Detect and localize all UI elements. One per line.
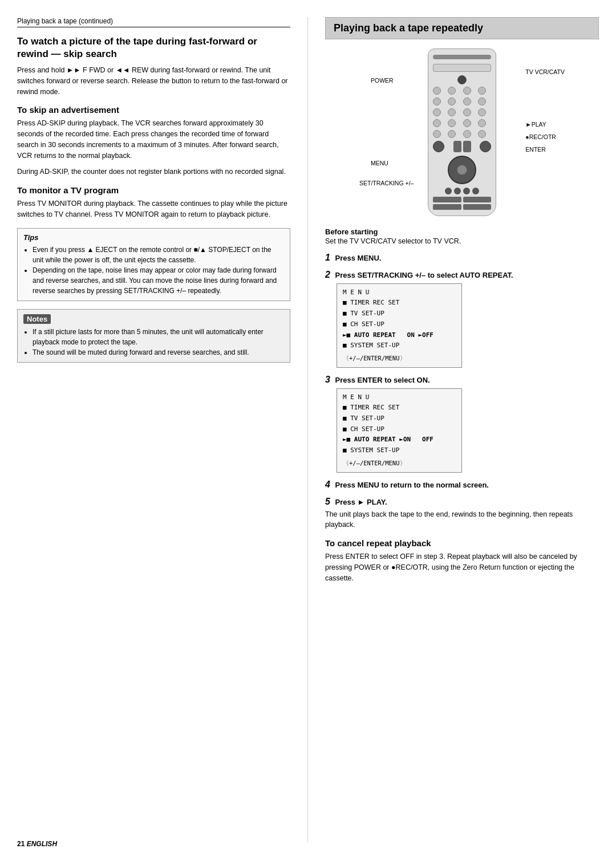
remote-diagram: POWER MENU SET/TRACKING +/– [325,48,599,216]
monitor-body: Press TV MONITOR during playback. The ca… [17,198,290,220]
rb-btn [433,204,461,210]
page-footer: 21 ENGLISH [17,840,57,848]
btn [433,130,441,138]
right-column: Playing back a tape repeatedly POWER MEN… [308,17,599,842]
remote-wrapper: POWER MENU SET/TRACKING +/– [354,48,570,216]
btn [463,98,471,105]
skip-body2: During AD-SKIP, the counter does not reg… [17,166,290,177]
btn [463,119,471,127]
power-label: POWER [371,77,394,84]
btn-left-big [433,141,444,152]
cancel-heading: To cancel repeat playback [325,538,599,548]
btn [463,108,471,116]
dpad-center [457,165,467,175]
btn [448,98,456,105]
remote-body [428,48,496,216]
rb-btn [433,197,461,202]
btn [478,108,486,116]
remote-bottom-btns [433,197,491,210]
step-5: 5 Press ► PLAY. The unit plays back the … [325,497,599,531]
dpad [448,156,476,184]
step-5-num: 5 [325,497,330,506]
tips-box: Tips Even if you press ▲ EJECT on the re… [17,228,290,301]
step-4-text: Press MENU to return to the normal scree… [335,481,489,489]
list-item: The sound will be muted during forward a… [33,347,284,358]
power-btn-row [433,75,491,84]
monitor-heading: To monitor a TV program [17,185,290,195]
section-header: Playing back a tape (continued) [17,17,290,27]
list-item: Even if you press ▲ EJECT on the remote … [33,245,284,265]
cancel-body: Press ENTER to select OFF in step 3. Rep… [325,551,599,583]
page-number: 21 [17,840,25,848]
left-column: Playing back a tape (continued) To watch… [17,17,308,842]
btn [448,130,456,138]
button-grid-5 [433,130,491,138]
step-2-num: 2 [325,270,330,279]
remote-screen [433,64,491,72]
btn-right-big [480,141,491,152]
right-header: Playing back a tape repeatedly [325,17,599,39]
menu-line: ■ TV SET-UP [343,413,456,424]
tv-vcr-catv-label: TV VCR/CATV [525,68,565,75]
btn-rect [453,141,461,152]
small-btn [472,188,479,194]
step-3: 3 Press ENTER to select ON. M E N U ■ TI… [325,375,599,473]
menu-footer-2: 〈+/–/ENTER/MENU〉 [343,458,456,469]
menu-line: M E N U [343,392,456,403]
step-1: 1 Press MENU. [325,253,599,263]
step-5-text: Press ► PLAY. [335,498,387,506]
main-body: Press and hold ►► F FWD or ◄◄ REW during… [17,65,290,97]
right-labels: TV VCR/CATV ►PLAY ●REC/OTR ENTER [525,68,565,153]
step-1-text: Press MENU. [335,254,382,262]
list-item: If a still picture lasts for more than 5… [33,327,284,347]
main-heading: To watch a picture of the tape during fa… [17,35,290,60]
english-label: ENGLISH [27,840,57,848]
menu-box-1: M E N U ■ TIMER REC SET ■ TV SET-UP ■ CH… [337,283,462,368]
step-3-num: 3 [325,375,330,384]
cancel-section: To cancel repeat playback Press ENTER to… [325,538,599,583]
power-btn [457,75,467,84]
btn [478,130,486,138]
button-grid-4 [433,119,491,127]
step-4: 4 Press MENU to return to the normal scr… [325,480,599,490]
rb-btn [463,197,492,202]
menu-line: ►■ AUTO REPEAT ►ON OFF [343,434,456,445]
button-grid-1 [433,87,491,95]
btn [478,119,486,127]
set-tracking-label: SET/TRACKING +/– [359,180,414,186]
skip-heading: To skip an advertisement [17,105,290,115]
menu-line: ■ TIMER REC SET [343,298,456,308]
play-label: ►PLAY [525,121,565,128]
step-4-num: 4 [325,480,330,489]
small-btn [445,188,452,194]
before-body: Set the TV VCR/CATV selector to TV VCR. [325,236,599,247]
step-1-num: 1 [325,253,330,262]
button-grid-2 [433,98,491,105]
before-title: Before starting [325,228,599,236]
btn [433,98,441,105]
step-2: 2 Press SET/TRACKING +/– to select AUTO … [325,270,599,368]
tips-title: Tips [23,233,284,242]
step-5-body: The unit plays back the tape to the end,… [325,509,599,531]
step-2-text: Press SET/TRACKING +/– to select AUTO RE… [335,271,513,279]
list-item: Depending on the tape, noise lines may a… [33,265,284,296]
notes-list: If a still picture lasts for more than 5… [23,327,284,358]
menu-line: ■ CH SET-UP [343,319,456,330]
notes-title: Notes [23,314,51,324]
dpad-area [433,156,491,184]
rec-otr-label: ●REC/OTR [525,133,565,140]
btn [478,98,486,105]
menu-line: ■ SYSTEM SET-UP [343,340,456,351]
btn-rect [463,141,471,152]
btn [463,87,471,95]
btn [433,119,441,127]
notes-box: Notes If a still picture lasts for more … [17,309,290,363]
remote-top-bar [433,55,491,59]
btn [433,87,441,95]
menu-line: ■ TV SET-UP [343,308,456,319]
menu-line: ►■ AUTO REPEAT ON ►OFF [343,330,456,341]
menu-footer: 〈+/–/ENTER/MENU〉 [343,354,456,364]
btn [448,119,456,127]
btn [433,108,441,116]
menu-line: M E N U [343,287,456,298]
